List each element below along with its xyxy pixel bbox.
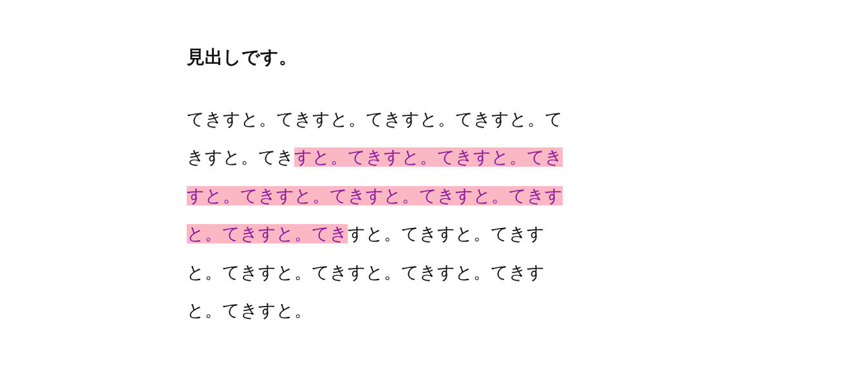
article-content: 見出しです。 てきすと。てきすと。てきすと。てきすと。てきすと。てきすと。てきす… (187, 45, 573, 330)
body-paragraph: てきすと。てきすと。てきすと。てきすと。てきすと。てきすと。てきすと。てきすと。… (187, 100, 573, 330)
page-heading: 見出しです。 (187, 45, 573, 70)
